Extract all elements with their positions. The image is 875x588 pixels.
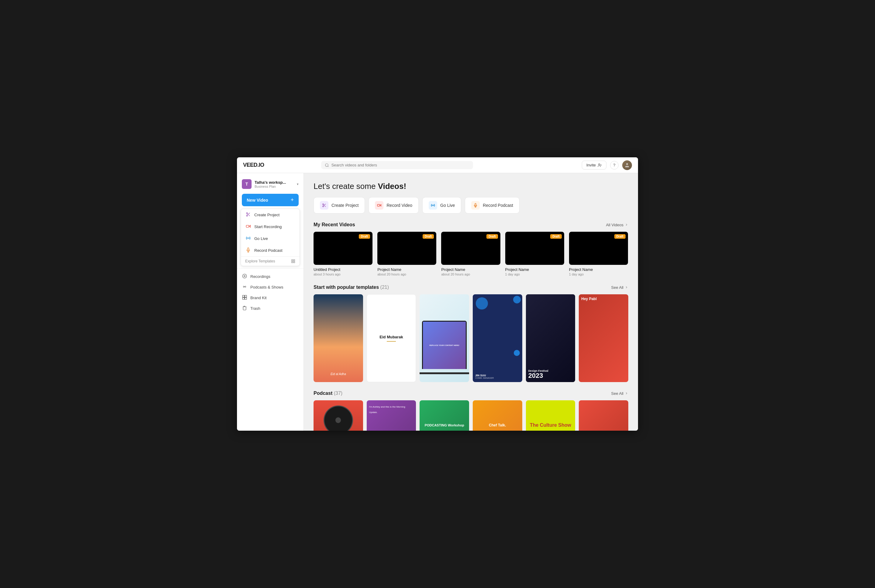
action-buttons-row: Create Project Record Video [314,197,628,213]
draft-badge-1: Draft [423,234,434,239]
svg-point-7 [246,215,248,216]
laptop-shape: REPLACE YOUR CONTENT HERE! [422,321,466,369]
recordings-label: Recordings [250,274,270,279]
sidebar-item-podcasts[interactable]: Podcasts & Shows [237,282,303,292]
podcast-card-culture[interactable]: The Culture Show [526,400,575,430]
svg-point-13 [248,238,249,239]
video-thumbnail-0: Draft [314,232,372,265]
video-card-2[interactable]: Draft Project Name about 20 hours ago [441,232,500,276]
template-eid-text: Eid al Adha [314,372,363,376]
dropdown-item-start-recording[interactable]: Start Recording [241,221,300,232]
svg-point-27 [323,204,324,205]
brand-kit-label: Brand Kit [250,296,266,300]
workspace-plan: Business Plan [255,184,294,188]
svg-rect-23 [242,295,244,297]
podcasts-see-all-link[interactable]: See All [611,391,628,396]
svg-rect-16 [292,260,293,261]
templates-header: Start with popular templates (21) See Al… [314,285,628,290]
create-project-button[interactable]: Create Project [314,197,365,213]
templates-title: Start with popular templates (21) [314,285,389,290]
svg-line-31 [324,205,324,206]
new-video-button[interactable]: New Video + [242,194,299,206]
svg-point-5 [626,163,628,165]
app-frame: VEED.IO Invite ? [237,158,638,430]
video-thumbnail-1: Draft [377,232,436,265]
video-card-1[interactable]: Draft Project Name about 20 hours ago [377,232,436,276]
svg-point-0 [325,164,328,166]
template-card-eid-al-adha[interactable]: Eid al Adha [314,294,363,382]
record-podcast-btn-label: Record Podcast [483,203,513,208]
video-thumbnail-3: Draft [505,232,564,265]
video-thumbnail-2: Draft [441,232,500,265]
templates-see-all-link[interactable]: See All [611,285,628,290]
podcast-card-host[interactable]: Host James O'Connell [579,400,628,430]
brand-kit-icon [242,295,247,301]
templates-count: (21) [380,285,389,290]
workspace-selector[interactable]: T Talha's worksp... Business Plan ▾ [237,177,303,191]
culture-text: The Culture Show [530,423,571,428]
svg-point-20 [242,274,246,278]
template-card-replace-content[interactable]: REPLACE YOUR CONTENT HERE! [420,294,469,382]
podcasts-title-text: Podcast [314,391,332,396]
sidebar: T Talha's worksp... Business Plan ▾ New … [237,173,304,430]
video-time-4: 1 day ago [569,272,628,276]
record-icon [245,224,251,230]
dropdown-item-create-project[interactable]: Create Project [241,209,300,221]
template-card-hey-pablo[interactable]: Hey Pabl [579,294,628,382]
svg-point-22 [244,286,245,287]
search-bar[interactable] [321,161,473,169]
video-card-0[interactable]: Draft Untitled Project about 3 hours ago [314,232,372,276]
workspace-avatar: T [242,179,252,189]
dropdown-item-go-live[interactable]: Go Live [241,232,300,244]
eid-mubarak-divider [387,341,396,342]
svg-rect-25 [245,298,247,300]
sidebar-item-recordings[interactable]: Recordings [237,271,303,282]
record-video-button[interactable]: Record Video [369,197,419,213]
podcast-card-morning[interactable]: I'm Ashley and this is the Morning Updat… [367,400,416,430]
svg-rect-26 [242,298,244,300]
help-button[interactable]: ? [610,161,618,170]
podcast-card-workshop[interactable]: PODCASTING Workshop [420,400,469,430]
draft-badge-0: Draft [359,234,370,239]
go-live-button[interactable]: Go Live [422,197,461,213]
video-card-3[interactable]: Draft Project Name 1 day ago [505,232,564,276]
video-time-2: about 20 hours ago [441,272,500,276]
record-podcast-button[interactable]: Record Podcast [465,197,519,213]
podcasts-count: (37) [334,391,342,396]
draft-badge-4: Draft [614,234,626,239]
microphone-icon [245,248,251,253]
replace-content-label: REPLACE YOUR CONTENT HERE! [429,344,460,347]
search-input[interactable] [332,163,470,167]
svg-point-28 [323,206,324,207]
chevron-down-icon: ▾ [297,182,299,186]
video-name-0: Untitled Project [314,267,372,272]
record-podcast-label: Record Podcast [254,248,282,253]
sidebar-item-brand-kit[interactable]: Brand Kit [237,292,303,303]
all-videos-label: All Videos [606,223,623,227]
blue-dot-2 [513,296,521,303]
video-name-3: Project Name [505,267,564,272]
festival-text: Design Festival 2023 [528,369,573,380]
eid-adha-label: Eid al Adha [314,372,363,376]
podcast-grid: VinylVaults I'm Ashley and this is the M… [314,400,628,430]
podcast-card-chef[interactable]: Chef Talk. [473,400,522,430]
video-card-4[interactable]: Draft Project Name 1 day ago [569,232,628,276]
invite-button[interactable]: Invite [582,160,606,170]
explore-templates-row[interactable]: Explore Templates [241,256,300,266]
svg-point-21 [244,276,245,277]
create-project-icon [320,201,329,210]
dropdown-item-record-podcast[interactable]: Record Podcast [241,244,300,256]
template-card-design-festival[interactable]: Design Festival 2023 [526,294,575,382]
svg-marker-33 [380,204,381,206]
template-card-eid-mubarak[interactable]: Eid Mubarak [367,294,416,382]
podcasts-chevron-icon [625,392,628,395]
podcast-card-vinyl[interactable]: VinylVaults [314,400,363,430]
template-card-jin-suu[interactable]: JIN SUU COMM. MANAGER [473,294,522,382]
help-label: ? [613,163,615,167]
all-videos-link[interactable]: All Videos [606,223,628,227]
video-name-1: Project Name [377,267,436,272]
hey-pablo-label: Hey Pabl [581,297,597,301]
sidebar-item-trash[interactable]: Trash [237,303,303,314]
user-avatar[interactable] [622,160,632,170]
record-video-icon [375,201,383,210]
